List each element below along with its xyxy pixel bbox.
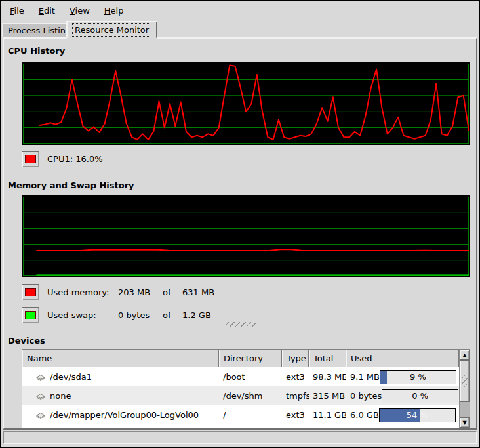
cpu-history-plot — [23, 64, 469, 144]
scrollbar-thumb[interactable] — [460, 360, 470, 402]
menu-file[interactable]: File — [4, 3, 30, 18]
cell-used: 6.0 GB54 % — [346, 408, 459, 422]
cpu1-color-button[interactable] — [22, 151, 39, 167]
devices-scrollbar[interactable]: ▲ ▼ — [459, 350, 470, 428]
arrow-up-icon: ▲ — [462, 352, 466, 358]
legend-label: Used memory: — [47, 287, 118, 297]
device-name: /dev/sda1 — [50, 372, 92, 382]
usage-progress-bar: 54 % — [379, 408, 456, 422]
cell-name: /dev/mapper/VolGroup00-LogVol00 — [22, 410, 219, 420]
total-value: 98.3 MB — [313, 372, 346, 382]
cell-total: 11.1 GB — [309, 410, 346, 420]
scrollbar-trough[interactable] — [460, 402, 470, 417]
legend-total: 631 MB — [182, 287, 214, 297]
cell-name: /dev/sda1 — [22, 372, 219, 382]
memory-swap-plot — [23, 197, 469, 276]
swap-color-swatch — [25, 311, 36, 319]
usage-progress-bar: 9 % — [380, 370, 456, 384]
directory-value: / — [223, 410, 226, 420]
column-header-name[interactable]: Name — [22, 350, 219, 367]
devices-table-body: NameDirectoryTypeTotalUsed/dev/sda1/boot… — [22, 350, 459, 428]
type-value: ext3 — [286, 410, 305, 420]
disk-icon — [35, 392, 46, 401]
scrollbar-grip-icon — [462, 375, 468, 387]
scroll-up-button[interactable]: ▲ — [460, 350, 470, 360]
tab-resource-monitor-label: Resource Monitor — [73, 24, 151, 36]
device-row-3[interactable]: /dev/mapper/VolGroup00-LogVol00/ext311.1… — [22, 405, 459, 424]
menu-view[interactable]: View — [64, 3, 96, 18]
status-bar — [3, 431, 477, 444]
cpu-history-title: CPU History — [8, 46, 65, 56]
cell-total: 98.3 MB — [309, 372, 346, 382]
legend-total: 1.2 GB — [182, 310, 211, 320]
device-row-1[interactable]: /dev/sda1/bootext398.3 MB9.1 MB9 % — [22, 367, 459, 386]
devices-table: NameDirectoryTypeTotalUsed/dev/sda1/boot… — [22, 349, 470, 428]
memory-swap-title: Memory and Swap History — [8, 180, 134, 190]
used-value: 0 bytes — [350, 391, 382, 401]
progress-label: 9 % — [380, 371, 456, 384]
legend-of: of — [163, 287, 182, 297]
tab-process-listing-label: Process Listing — [8, 26, 71, 35]
resource-monitor-page: CPU History CPU1: 16.0% Memory and Swap … — [3, 37, 477, 430]
disk-icon — [35, 373, 46, 382]
cell-directory: /boot — [219, 372, 282, 382]
menu-help[interactable]: Help — [98, 3, 130, 18]
memory-color-swatch — [25, 288, 36, 296]
legend-value: 0 bytes — [118, 310, 163, 320]
cell-used: 0 bytes0 % — [346, 389, 459, 403]
legend-label: Used swap: — [47, 310, 118, 320]
cell-directory: / — [219, 410, 282, 420]
column-header-type[interactable]: Type — [282, 350, 309, 367]
cell-name: none — [22, 391, 219, 401]
cpu-legend: CPU1: 16.0% — [22, 150, 103, 167]
arrow-down-icon: ▼ — [462, 420, 466, 426]
total-value: 315 MB — [313, 391, 345, 401]
cell-type: tmpfs — [282, 391, 309, 401]
cpu-history-graph — [22, 62, 470, 145]
menu-bar: FileEditViewHelp — [1, 1, 479, 20]
memory-color-button[interactable] — [22, 284, 39, 300]
device-row-2[interactable]: none/dev/shmtmpfs315 MB0 bytes0 % — [22, 386, 459, 405]
swap-legend-row: Used swap:0 bytesof1.2 GB — [22, 306, 211, 323]
device-name: /dev/mapper/VolGroup00-LogVol00 — [50, 410, 199, 420]
type-value: ext3 — [286, 372, 305, 382]
cell-used: 9.1 MB9 % — [346, 370, 459, 384]
memory-legend-row: Used memory:203 MBof631 MB — [22, 283, 214, 300]
memory-swap-graph — [22, 195, 470, 277]
usage-progress-bar: 0 % — [382, 389, 458, 403]
menu-edit[interactable]: Edit — [33, 3, 61, 18]
cpu1-legend-label: CPU1: 16.0% — [47, 154, 103, 164]
directory-value: /dev/shm — [223, 391, 262, 401]
pane-resize-grip[interactable] — [226, 322, 256, 327]
device-name: none — [50, 391, 71, 401]
cell-total: 315 MB — [309, 391, 346, 401]
devices-title: Devices — [8, 336, 45, 346]
column-header-directory[interactable]: Directory — [219, 350, 282, 367]
cell-type: ext3 — [282, 372, 309, 382]
used-value: 9.1 MB — [350, 372, 380, 382]
total-value: 11.1 GB — [313, 410, 346, 420]
progress-label: 54 % — [380, 409, 455, 422]
swap-color-button[interactable] — [22, 307, 39, 323]
cell-type: ext3 — [282, 410, 309, 420]
legend-of: of — [163, 310, 182, 320]
tab-resource-monitor[interactable]: Resource Monitor — [66, 21, 157, 39]
cell-directory: /dev/shm — [219, 391, 282, 401]
type-value: tmpfs — [286, 391, 309, 401]
legend-value: 203 MB — [118, 287, 163, 297]
disk-icon — [35, 411, 46, 420]
scroll-down-button[interactable]: ▼ — [460, 417, 470, 428]
used-value: 6.0 GB — [350, 410, 379, 420]
cpu1-color-swatch — [25, 155, 36, 163]
column-header-used[interactable]: Used — [346, 350, 459, 367]
column-header-total[interactable]: Total — [309, 350, 346, 367]
progress-label: 0 % — [382, 390, 458, 403]
devices-header-row: NameDirectoryTypeTotalUsed — [22, 350, 459, 367]
directory-value: /boot — [223, 372, 245, 382]
system-monitor-window: FileEditViewHelp Process Listing Resourc… — [0, 0, 480, 448]
